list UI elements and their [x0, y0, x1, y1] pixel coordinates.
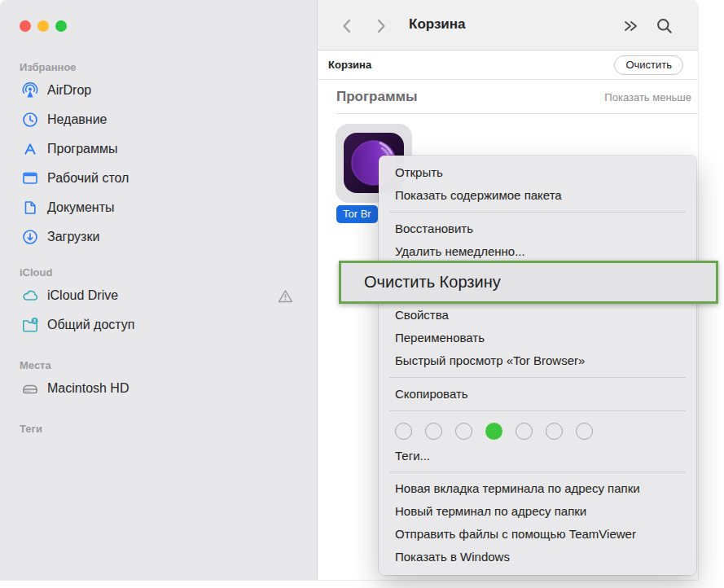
menu-item-show-package-contents[interactable]: Показать содержимое пакета [379, 184, 696, 207]
sidebar-item-desktop[interactable]: Рабочий стол [0, 164, 317, 193]
context-menu: Открыть Показать содержимое пакета Восст… [379, 156, 696, 575]
tag-color-5[interactable] [516, 423, 533, 440]
sidebar-section-icloud: iCloud [0, 265, 317, 281]
annotation-highlight-box: Очистить Корзину [339, 261, 718, 304]
menu-item-delete-immediately[interactable]: Удалить немедленно... [379, 240, 696, 263]
document-icon [21, 199, 39, 217]
menu-item-show-in-windows[interactable]: Показать в Windows [379, 546, 696, 568]
sidebar-item-documents[interactable]: Документы [0, 193, 317, 222]
window-title: Корзина [409, 16, 466, 33]
tag-color-6[interactable] [546, 423, 563, 440]
sidebar-item-label: Macintosh HD [47, 381, 129, 396]
window-controls [20, 20, 317, 32]
section-title: Программы [336, 89, 418, 105]
tag-color-1[interactable] [395, 423, 412, 440]
sidebar-section-favorites: Избранное [0, 59, 317, 76]
back-button[interactable] [337, 16, 355, 36]
sidebar-item-label: Загрузки [47, 230, 99, 244]
empty-trash-button[interactable]: Очистить [614, 55, 683, 75]
menu-tag-colors [379, 416, 696, 445]
menu-item-empty-trash[interactable]: Очистить Корзину [364, 273, 501, 292]
sidebar-item-label: iCloud Drive [47, 288, 118, 303]
menu-item-new-terminal[interactable]: Новый терминал по адресу папки [379, 500, 696, 523]
sidebar-item-label: Недавние [47, 112, 108, 127]
harddrive-icon [21, 380, 39, 397]
sidebar-section-tags: Теги [0, 421, 317, 437]
cloud-icon [21, 287, 39, 305]
more-toolbar-icon[interactable] [622, 16, 640, 36]
sidebar-item-shared[interactable]: Общий доступ [0, 310, 317, 340]
download-icon [21, 228, 39, 246]
airdrop-icon [21, 81, 39, 99]
sidebar-item-airdrop[interactable]: AirDrop [0, 76, 317, 105]
tag-color-7[interactable] [576, 423, 593, 440]
menu-separator [389, 377, 686, 378]
status-bar: Корзина Очистить [318, 50, 698, 80]
traffic-light-minimize[interactable] [37, 20, 49, 32]
sidebar-item-applications[interactable]: Программы [0, 134, 317, 164]
menu-separator [389, 212, 686, 213]
menu-item-tags[interactable]: Теги... [379, 445, 696, 467]
sidebar-item-icloud-drive[interactable]: iCloud Drive [0, 281, 317, 310]
sidebar-item-recents[interactable]: Недавние [0, 105, 317, 134]
menu-item-teamviewer-send[interactable]: Отправить файлы с помощью TeamViewer [379, 523, 696, 546]
location-label: Корзина [328, 59, 371, 71]
sidebar-item-label: Документы [47, 200, 114, 215]
show-less-link[interactable]: Показать меньше [604, 91, 691, 103]
tag-color-2[interactable] [425, 423, 442, 440]
menu-item-rename[interactable]: Переименовать [379, 327, 696, 349]
sidebar-item-macintosh-hd[interactable]: Macintosh HD [0, 374, 317, 403]
menu-item-get-info[interactable]: Свойства [379, 304, 696, 327]
tag-color-selected[interactable] [485, 423, 502, 440]
shared-folder-icon [21, 316, 39, 334]
sidebar-section-locations: Места [0, 358, 317, 374]
sidebar: Избранное AirDrop [0, 0, 318, 580]
search-icon[interactable] [656, 16, 674, 36]
menu-item-put-back[interactable]: Восстановить [379, 217, 696, 240]
section-header: Программы Показать меньше [318, 80, 698, 114]
traffic-light-close[interactable] [20, 20, 31, 32]
sidebar-item-label: Рабочий стол [47, 171, 129, 186]
tag-color-3[interactable] [455, 423, 472, 440]
sidebar-item-label: Общий доступ [47, 318, 135, 332]
clock-icon [21, 111, 39, 129]
appstore-icon [21, 140, 39, 158]
menu-item-new-terminal-tab[interactable]: Новая вкладка терминала по адресу папки [379, 477, 696, 500]
desktop-icon [21, 169, 39, 187]
menu-separator [389, 472, 686, 472]
sidebar-item-label: Программы [47, 142, 117, 156]
toolbar: Корзина [318, 0, 698, 50]
menu-item-copy[interactable]: Скопировать [379, 383, 696, 406]
file-name-label[interactable]: Tor Br [336, 205, 378, 223]
menu-separator [389, 410, 686, 411]
warning-icon[interactable] [277, 287, 294, 305]
menu-item-open[interactable]: Открыть [379, 161, 696, 184]
sidebar-item-label: AirDrop [47, 83, 91, 98]
forward-button[interactable] [372, 16, 390, 36]
traffic-light-zoom[interactable] [55, 20, 67, 32]
sidebar-item-downloads[interactable]: Загрузки [0, 222, 317, 252]
menu-item-quick-look[interactable]: Быстрый просмотр «Tor Browser» [379, 349, 696, 372]
